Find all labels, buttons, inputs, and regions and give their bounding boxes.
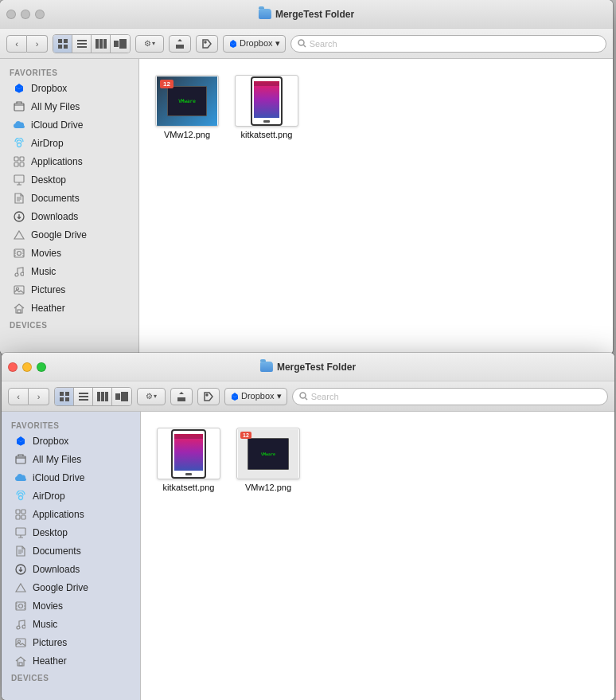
- sidebar-item-heather-1[interactable]: Heather: [3, 299, 135, 317]
- sidebar-item-icloud-2[interactable]: iCloud Drive: [5, 469, 137, 487]
- sidebar-label-movies-2: Movies: [33, 600, 63, 612]
- sidebar-item-airdrop-1[interactable]: AirDrop: [3, 135, 135, 152]
- sidebar-item-all-my-files-1[interactable]: All My Files: [3, 98, 135, 115]
- svg-rect-6: [77, 46, 87, 48]
- list-view-button-1[interactable]: [72, 35, 92, 53]
- sidebar-item-applications-1[interactable]: Applications: [3, 153, 135, 170]
- all-my-files-icon-1: [13, 100, 25, 113]
- share-button-2[interactable]: [170, 388, 193, 405]
- svg-point-16: [298, 40, 304, 45]
- view-buttons-2[interactable]: [54, 387, 132, 406]
- icon-view-button-1[interactable]: [53, 35, 72, 53]
- minimize-button-2[interactable]: [22, 362, 32, 372]
- nav-buttons-1[interactable]: ‹ ›: [6, 35, 48, 53]
- back-button-2[interactable]: ‹: [8, 388, 29, 405]
- minimize-button-1[interactable]: [21, 10, 30, 19]
- file-name-kitkat-1: kitkatsett.png: [241, 130, 293, 139]
- icon-view-button-2[interactable]: [55, 388, 74, 405]
- movies-icon-1: [13, 247, 25, 260]
- file-item-vmw12-1[interactable]: 12 VMware VMw12.png: [155, 75, 219, 139]
- sidebar-item-movies-1[interactable]: Movies: [3, 244, 135, 262]
- tag-button-2[interactable]: [197, 388, 220, 405]
- sidebar-item-movies-2[interactable]: Movies: [5, 597, 137, 615]
- sidebar-item-music-1[interactable]: Music: [3, 263, 135, 280]
- sidebar-item-desktop-2[interactable]: Desktop: [5, 524, 137, 542]
- nav-buttons-2[interactable]: ‹ ›: [8, 388, 49, 405]
- finder-window-1[interactable]: MergeTest Folder ‹ › ⚙▾: [0, 0, 613, 354]
- sidebar-item-applications-2[interactable]: Applications: [5, 506, 137, 523]
- svg-point-23: [18, 143, 21, 147]
- sidebar-item-all-my-files-2[interactable]: All My Files: [5, 451, 137, 468]
- action-button-1[interactable]: ⚙▾: [135, 35, 164, 53]
- content-area-2: kitkatsett.png 12 VMware VMw12.png: [141, 412, 614, 700]
- sidebar-label-dropbox-1: Dropbox: [31, 83, 67, 94]
- content-area-1: 12 VMware VMw12.png: [139, 59, 613, 354]
- traffic-lights-2[interactable]: [8, 362, 46, 372]
- sidebar-item-gdrive-1[interactable]: Google Drive: [3, 226, 135, 244]
- airdrop-icon-2: [14, 490, 27, 503]
- sidebar-item-dropbox-2[interactable]: Dropbox: [5, 432, 137, 450]
- maximize-button-1[interactable]: [35, 10, 45, 19]
- column-view-button-1[interactable]: [92, 35, 111, 53]
- svg-rect-40: [60, 397, 64, 401]
- maximize-button-2[interactable]: [37, 362, 46, 372]
- share-button-1[interactable]: [169, 35, 191, 53]
- svg-line-17: [303, 45, 306, 48]
- sidebar-item-heather-2[interactable]: Heather: [5, 652, 137, 670]
- sidebar-label-heather-1: Heather: [31, 303, 65, 314]
- sidebar-item-pictures-2[interactable]: Pictures: [5, 634, 137, 651]
- sidebar-item-dropbox-1[interactable]: Dropbox: [3, 80, 135, 97]
- list-view-button-2[interactable]: [74, 388, 93, 405]
- sidebar-section-devices-1: Devices: [0, 318, 138, 331]
- icloud-icon-1: [13, 119, 25, 131]
- action-button-2[interactable]: ⚙▾: [137, 388, 166, 405]
- sidebar-item-documents-2[interactable]: Documents: [5, 542, 137, 560]
- svg-rect-37: [18, 310, 21, 313]
- svg-rect-47: [105, 392, 108, 401]
- sidebar-label-gdrive-2: Google Drive: [33, 582, 88, 593]
- forward-button-1[interactable]: ›: [27, 35, 48, 53]
- svg-rect-62: [16, 510, 20, 514]
- view-buttons-1[interactable]: [53, 34, 131, 53]
- tag-button-1[interactable]: [196, 35, 218, 53]
- sidebar-item-downloads-1[interactable]: Downloads: [3, 208, 135, 225]
- sidebar-item-icloud-1[interactable]: iCloud Drive: [3, 116, 135, 134]
- dropbox-toolbar-2[interactable]: Dropbox ▾: [224, 388, 287, 405]
- svg-rect-75: [19, 663, 22, 666]
- sidebar-label-icloud-1: iCloud Drive: [31, 119, 83, 131]
- close-button-1[interactable]: [6, 10, 16, 19]
- svg-rect-49: [121, 392, 128, 401]
- close-button-2[interactable]: [8, 362, 18, 372]
- svg-rect-43: [79, 396, 88, 397]
- sidebar-1: Favorites Dropbox All My Files iC: [0, 59, 139, 354]
- svg-rect-5: [77, 43, 87, 45]
- home-icon-2: [14, 655, 27, 667]
- forward-button-2[interactable]: ›: [29, 388, 49, 405]
- finder-window-2[interactable]: MergeTest Folder ‹ › ⚙▾: [2, 353, 614, 700]
- search-bar-1[interactable]: Search: [290, 35, 606, 53]
- traffic-lights-1[interactable]: [6, 10, 45, 19]
- sidebar-item-airdrop-2[interactable]: AirDrop: [5, 487, 137, 505]
- file-item-kitkat-1[interactable]: kitkatsett.png: [235, 75, 298, 139]
- back-button-1[interactable]: ‹: [6, 35, 27, 53]
- svg-rect-8: [99, 39, 103, 49]
- search-bar-2[interactable]: Search: [292, 388, 608, 405]
- sidebar-item-gdrive-2[interactable]: Google Drive: [5, 579, 137, 596]
- svg-point-71: [17, 626, 20, 629]
- sidebar-item-downloads-2[interactable]: Downloads: [5, 561, 137, 578]
- sidebar-item-documents-1[interactable]: Documents: [3, 190, 135, 207]
- column-view-button-2[interactable]: [93, 388, 112, 405]
- svg-rect-4: [77, 40, 87, 41]
- sidebar-item-desktop-1[interactable]: Desktop: [3, 171, 135, 189]
- cover-flow-button-1[interactable]: [111, 35, 130, 53]
- sidebar-item-pictures-1[interactable]: Pictures: [3, 281, 135, 299]
- sidebar-label-all-my-files-2: All My Files: [33, 454, 81, 465]
- dropbox-toolbar-1[interactable]: Dropbox ▾: [223, 35, 286, 53]
- sidebar-label-music-1: Music: [31, 266, 56, 277]
- file-item-kitkat-2[interactable]: kitkatsett.png: [157, 428, 220, 492]
- sidebar-item-music-2[interactable]: Music: [5, 616, 137, 633]
- sidebar-label-downloads-2: Downloads: [33, 564, 80, 575]
- svg-point-32: [18, 252, 21, 256]
- cover-flow-button-2[interactable]: [112, 388, 131, 405]
- file-item-vmw12-2[interactable]: 12 VMware VMw12.png: [236, 428, 300, 492]
